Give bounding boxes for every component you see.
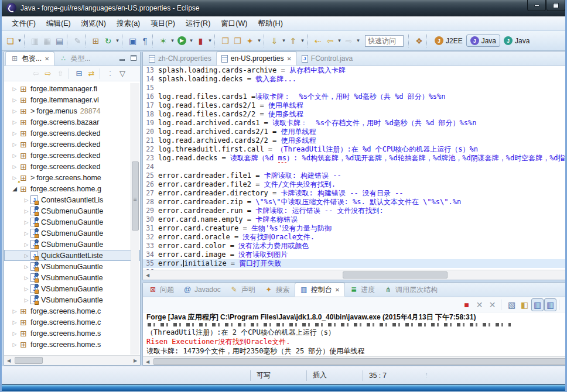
console-output[interactable]: Forge [Java 应用程序] C:\Program Files\Java\… xyxy=(143,312,567,356)
editor-line[interactable]: 29error.cardreader.run = 卡牌读取: 运行错误 -- 文… xyxy=(143,207,567,215)
tree-item[interactable]: ▷JVSubmenuGauntle xyxy=(4,283,140,294)
editor-line[interactable]: 33error.card.color = 没有法术力费用或颜色 xyxy=(143,242,567,250)
tree-item[interactable]: ▷JVSubmenuGauntle xyxy=(4,272,140,283)
expand-arrow-icon[interactable]: ▷ xyxy=(22,219,30,225)
coverage-icon[interactable]: ▮ xyxy=(194,35,207,47)
properties-editor[interactable]: 13splash.loading.cards-archive = 从存档中载入卡… xyxy=(143,66,567,270)
expand-arrow-icon[interactable]: ▷ xyxy=(11,342,19,348)
menu-item-4[interactable]: 搜索(a) xyxy=(112,17,144,30)
pin-console-icon[interactable]: ✚ xyxy=(563,298,567,311)
editor-tab-3[interactable]: JFControl.java xyxy=(297,51,357,66)
console-horizontal-scrollbar[interactable]: ◀ ▶ xyxy=(143,356,567,365)
expand-arrow-icon[interactable]: ▷ xyxy=(11,119,19,125)
editor-line[interactable]: 26error.cardreader.file2 = 文件/文件夹没有找到. xyxy=(143,180,567,189)
editor-line[interactable]: 31error.card.creature = 生物'%s'没有力量与防御 xyxy=(143,224,567,233)
tree-item[interactable]: ▷⊞forge.screens.home.c xyxy=(4,317,140,328)
terminate-icon[interactable]: ■ xyxy=(460,298,473,311)
expand-arrow-icon[interactable]: ▷ xyxy=(22,197,30,203)
expand-arrow-icon[interactable]: ▷ xyxy=(11,331,19,336)
tree-item[interactable]: ▷⊞forge.screens.decked xyxy=(4,161,140,172)
tree-item[interactable]: ▷JCSubmenuGauntle xyxy=(4,216,140,228)
minimize-view-button[interactable] xyxy=(118,54,126,61)
up-nav-icon[interactable]: ⇧ xyxy=(54,67,66,80)
open-perspective-button[interactable]: ❖ xyxy=(413,35,425,47)
expand-arrow-icon[interactable]: ▷ xyxy=(22,253,30,259)
scroll-right-arrow[interactable]: ▶ xyxy=(131,356,140,365)
tree-item[interactable]: ▷JCSubmenuGauntle xyxy=(4,239,140,250)
sidebar-tab-1[interactable]: ⊞包资...✕ xyxy=(5,51,54,66)
scroll-left-arrow[interactable]: ◀ xyxy=(143,357,152,366)
editor-line[interactable]: 21log.read.archived.cards2/2 = 使用多线程 xyxy=(143,136,567,145)
run-icon[interactable]: ▶ xyxy=(176,35,188,47)
dropdown-icon[interactable]: ▾ xyxy=(336,35,343,47)
perspective-java-browsing[interactable]: JJava xyxy=(500,35,533,46)
console-tab-6[interactable]: ≣进度 xyxy=(345,283,380,297)
menu-item-6[interactable]: 运行(R) xyxy=(182,17,214,30)
expand-arrow-icon[interactable]: ▷ xyxy=(22,231,30,236)
expand-arrow-icon[interactable]: ▷ xyxy=(22,286,30,292)
print-icon[interactable]: ▤ xyxy=(53,35,66,47)
tree-item[interactable]: ▷JCSubmenuGauntle xyxy=(4,228,140,239)
dropdown-icon[interactable]: ▾ xyxy=(256,35,262,47)
expand-arrow-icon[interactable]: ▷ xyxy=(11,319,19,325)
tree-item[interactable]: ▷⊞>forge.menus28874 xyxy=(4,105,140,116)
forward-nav-icon[interactable]: ⇨ xyxy=(42,67,54,80)
dropdown-icon[interactable]: ▾ xyxy=(169,35,176,47)
console-tab-7[interactable]: ⋔调用层次结构 xyxy=(380,283,442,297)
show-stdout-when-changed-icon[interactable]: ▥ xyxy=(531,298,544,311)
collapse-arrow-icon[interactable]: ◢ xyxy=(11,185,19,192)
tree-item[interactable]: ▷⊞forge.itemmanager.vi xyxy=(4,94,140,105)
expand-arrow-icon[interactable]: ▷ xyxy=(22,264,30,270)
editor-tab-1[interactable]: zh-CN.properties xyxy=(144,51,216,66)
tree-item[interactable]: ▷JQuickGauntletListe xyxy=(4,250,140,261)
last-edit-location-icon[interactable]: ⇠ xyxy=(312,35,324,47)
editor-line[interactable]: 19log.read.archived.cards1 = 读取卡牌： %s个存档… xyxy=(143,119,567,128)
menu-item-8[interactable]: 帮助(H) xyxy=(254,17,286,30)
back-nav-icon[interactable]: ⇦ xyxy=(30,67,42,80)
package-explorer-tree[interactable]: ▷⊞forge.itemmanager.fi▷⊞forge.itemmanage… xyxy=(4,81,140,355)
scrollbar-thumb[interactable]: ☰ xyxy=(132,161,139,231)
expand-arrow-icon[interactable]: ▷ xyxy=(11,153,19,159)
back-icon[interactable]: ⇦ xyxy=(324,35,336,47)
tree-item[interactable]: ▷⊞forge.screens.decked xyxy=(4,139,140,150)
maximize-view-button[interactable] xyxy=(129,54,138,61)
next-annotation-icon[interactable]: ⇓ xyxy=(268,35,281,47)
tree-item[interactable]: ▷JVSubmenuGauntle xyxy=(4,294,140,305)
console-tab-5[interactable]: ▥控制台✕ xyxy=(295,283,345,297)
console-tab-3[interactable]: ✎声明 xyxy=(226,283,260,297)
dropdown-icon[interactable]: ▾ xyxy=(355,35,361,47)
new-wizard-icon[interactable]: ❏ xyxy=(4,35,16,47)
minimize-window-button[interactable] xyxy=(527,0,546,11)
clear-console-icon[interactable]: ▧ xyxy=(505,298,518,311)
link-with-editor-icon[interactable]: ⇄ xyxy=(86,67,97,80)
dropdown-icon[interactable]: ▾ xyxy=(188,35,194,47)
editor-line[interactable]: 16log.read.files.cards1 =读取卡牌： %s个文件，用时 … xyxy=(143,92,567,101)
editor-line[interactable]: 17log.read.files.cards2/1 = 使用单线程 xyxy=(143,101,567,110)
editor-line[interactable]: 32error.card.oracle = 没有找到Oracle文件. xyxy=(143,233,567,242)
editor-line[interactable]: 23log.read.decks = 读取套牌（%d ms）: %d构筑套牌，%… xyxy=(143,154,567,163)
scrollbar-thumb[interactable] xyxy=(15,357,43,364)
menu-item-1[interactable]: 文件(F) xyxy=(8,17,40,30)
menu-item-5[interactable]: 项目(P) xyxy=(146,17,179,30)
expand-arrow-icon[interactable]: ▷ xyxy=(11,308,19,314)
quick-access-input[interactable] xyxy=(365,35,404,47)
editor-line[interactable]: 28error.cardreader.zip = \"%s\"中读取压缩文件错误… xyxy=(143,198,567,207)
close-tab-icon[interactable]: ✕ xyxy=(335,287,340,293)
tree-item[interactable]: ▷JContestGauntletLis xyxy=(4,194,140,205)
dropdown-icon[interactable]: ▾ xyxy=(114,35,121,47)
show-stderr-when-changed-icon[interactable]: ▥ xyxy=(544,298,556,311)
expand-arrow-icon[interactable]: ▷ xyxy=(22,242,30,247)
expand-arrow-icon[interactable]: ▷ xyxy=(22,275,30,281)
forward-icon[interactable]: ⇨ xyxy=(343,35,355,47)
scroll-left-arrow[interactable]: ◀ xyxy=(4,356,13,365)
focus-icon[interactable]: ⁚ xyxy=(104,67,116,80)
maximize-window-button[interactable] xyxy=(546,0,565,11)
scroll-lock-icon[interactable]: ◧ xyxy=(518,298,531,311)
scroll-left-arrow[interactable]: ◀ xyxy=(143,270,152,280)
close-tab-icon[interactable]: ✕ xyxy=(45,56,49,62)
tree-item[interactable]: ▷⊞forge.screens.decked xyxy=(4,150,140,161)
tree-item[interactable]: ▷⊞forge.itemmanager.fi xyxy=(4,83,140,94)
console-tab-4[interactable]: ✦搜索 xyxy=(260,283,295,297)
dropdown-icon[interactable]: ▾ xyxy=(281,35,287,47)
dropdown-icon[interactable]: ▾ xyxy=(299,35,306,47)
